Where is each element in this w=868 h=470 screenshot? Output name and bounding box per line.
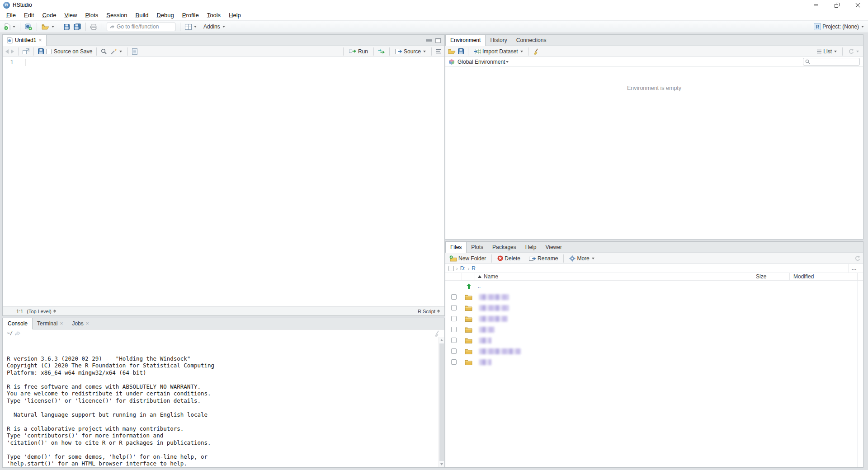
menu-item[interactable]: File — [2, 10, 20, 20]
scope-selector[interactable]: (Top Level) — [27, 309, 56, 314]
menu-item[interactable]: Build — [132, 10, 153, 20]
environment-tab[interactable]: Connections — [512, 35, 551, 46]
files-tab[interactable]: Files — [445, 242, 467, 253]
files-tab[interactable]: Viewer — [541, 242, 566, 253]
row-checkbox[interactable] — [451, 338, 457, 343]
source-button[interactable]: Source — [394, 47, 427, 56]
folder-row[interactable] — [445, 335, 863, 346]
print-button[interactable] — [89, 22, 99, 32]
console-tab[interactable]: Terminal × — [33, 318, 67, 329]
environment-scope-selector[interactable]: Global Environment — [458, 59, 509, 65]
open-in-new-window-icon[interactable] — [23, 48, 29, 54]
document-outline-icon[interactable] — [436, 49, 442, 54]
breadcrumb-drive[interactable]: D: — [460, 265, 466, 272]
menu-item[interactable]: Tools — [203, 10, 225, 20]
display-mode-button[interactable]: List — [815, 47, 838, 56]
console-tab[interactable]: Jobs × — [67, 318, 93, 329]
save-button[interactable] — [62, 22, 71, 32]
addins-button[interactable]: Addins — [202, 22, 226, 32]
environment-search-box[interactable] — [803, 58, 860, 66]
folder-row[interactable] — [445, 291, 863, 302]
open-file-button[interactable] — [40, 22, 56, 32]
breadcrumb-folder[interactable]: R — [472, 265, 476, 272]
column-header-name[interactable]: Name — [475, 273, 752, 280]
menu-item[interactable]: Plots — [81, 10, 102, 20]
delete-button[interactable]: Delete — [496, 254, 522, 263]
scroll-down-icon[interactable] — [440, 463, 443, 465]
row-checkbox[interactable] — [451, 305, 457, 310]
menu-item[interactable]: Profile — [178, 10, 203, 20]
project-menu-button[interactable]: R Project: (None) — [812, 22, 865, 32]
menu-item[interactable]: View — [60, 10, 81, 20]
folder-row[interactable] — [445, 346, 863, 357]
code-editor[interactable]: 1 — [3, 57, 444, 306]
files-tab[interactable]: Help — [521, 242, 541, 253]
scroll-up-icon[interactable] — [440, 339, 443, 341]
scroll-thumb[interactable] — [439, 343, 444, 461]
rerun-icon[interactable] — [378, 49, 385, 54]
environment-tab[interactable]: Environment — [445, 35, 486, 46]
find-replace-icon[interactable] — [101, 48, 107, 54]
goto-file-function-box[interactable] — [107, 23, 175, 31]
row-checkbox[interactable] — [451, 294, 457, 300]
restore-button[interactable] — [826, 0, 847, 10]
select-all-checkbox[interactable] — [448, 266, 454, 271]
parent-directory-row[interactable]: .. — [445, 281, 863, 291]
column-header-modified[interactable]: Modified — [789, 273, 857, 280]
source-on-save-checkbox[interactable] — [46, 49, 52, 54]
pane-minimize-icon[interactable] — [426, 39, 432, 42]
files-tab[interactable]: Packages — [488, 242, 521, 253]
new-folder-button[interactable]: New Folder — [448, 254, 487, 263]
menu-item[interactable]: Code — [38, 10, 60, 20]
clear-environment-icon[interactable] — [533, 48, 539, 55]
more-button[interactable]: More — [568, 254, 595, 263]
menu-item[interactable]: Edit — [20, 10, 38, 20]
tab-close-icon[interactable]: × — [60, 320, 63, 327]
goto-directory-icon[interactable] — [15, 331, 20, 336]
new-project-button[interactable] — [24, 22, 33, 32]
row-checkbox[interactable] — [451, 348, 457, 354]
environment-search-input[interactable] — [812, 59, 855, 65]
tab-close-icon[interactable]: × — [38, 37, 42, 43]
new-file-button[interactable] — [3, 22, 17, 32]
compile-report-icon[interactable] — [132, 48, 137, 55]
tab-untitled1[interactable]: Untitled1 × — [3, 35, 47, 46]
load-workspace-icon[interactable] — [448, 48, 456, 54]
parent-directory-label[interactable]: .. — [478, 283, 481, 289]
import-dataset-button[interactable]: Import Dataset — [472, 47, 524, 56]
folder-row[interactable] — [445, 357, 863, 367]
menu-item[interactable]: Session — [102, 10, 131, 20]
console-tab[interactable]: Console — [3, 318, 33, 329]
environment-tab[interactable]: History — [486, 35, 511, 46]
forward-icon[interactable] — [11, 49, 14, 54]
run-button[interactable]: Run — [348, 47, 369, 56]
rename-button[interactable]: Rename — [528, 254, 559, 263]
console-scrollbar[interactable] — [439, 337, 444, 467]
save-all-button[interactable] — [72, 22, 82, 32]
tab-close-icon[interactable]: × — [86, 320, 89, 327]
folder-row[interactable] — [445, 313, 863, 324]
row-checkbox[interactable] — [451, 327, 457, 332]
goto-file-function-input[interactable] — [117, 24, 166, 30]
row-checkbox[interactable] — [451, 316, 457, 321]
folder-row[interactable] — [445, 324, 863, 335]
back-icon[interactable] — [5, 49, 9, 54]
menu-item[interactable]: Debug — [153, 10, 178, 20]
save-workspace-icon[interactable] — [458, 48, 464, 54]
close-button[interactable] — [847, 0, 868, 10]
clear-console-icon[interactable] — [434, 330, 440, 337]
pane-layout-button[interactable] — [184, 22, 198, 32]
files-tab[interactable]: Plots — [467, 242, 488, 253]
folder-row[interactable] — [445, 302, 863, 313]
refresh-environment-button[interactable] — [847, 47, 860, 56]
menu-item[interactable]: Help — [225, 10, 245, 20]
console-output[interactable]: R version 3.6.3 (2020-02-29) -- "Holding… — [3, 337, 444, 467]
save-icon[interactable] — [38, 48, 44, 54]
refresh-icon[interactable] — [854, 255, 860, 261]
pane-maximize-icon[interactable] — [435, 38, 441, 43]
path-ellipsis-button[interactable]: … — [848, 264, 860, 273]
column-header-size[interactable]: Size — [752, 273, 789, 280]
minimize-button[interactable] — [806, 0, 826, 10]
row-checkbox[interactable] — [451, 359, 457, 365]
file-type-selector[interactable]: R Script — [418, 309, 440, 314]
